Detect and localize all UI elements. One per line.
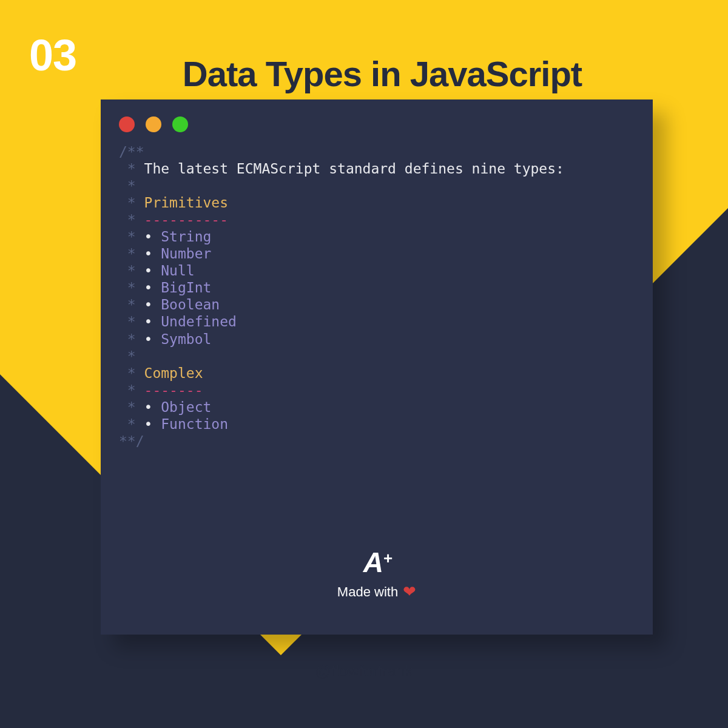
minimize-icon[interactable] [146, 116, 161, 132]
brand-block: A+ Made with ❤ [101, 546, 653, 601]
window-controls [101, 99, 653, 132]
page-title: Data Types in JavaScript [0, 53, 728, 94]
code-editor-window: /** * The latest ECMAScript standard def… [101, 99, 653, 635]
close-icon[interactable] [119, 116, 135, 132]
heart-icon: ❤ [403, 582, 416, 601]
brand-logo: A+ [363, 546, 390, 579]
zoom-icon[interactable] [172, 116, 188, 132]
logo-plus-icon: + [383, 549, 391, 568]
social-handle: @flowforfrank [0, 662, 728, 681]
made-with-text: Made with ❤ [101, 582, 653, 601]
code-block: /** * The latest ECMAScript standard def… [101, 132, 653, 450]
logo-letter: A [363, 546, 382, 579]
